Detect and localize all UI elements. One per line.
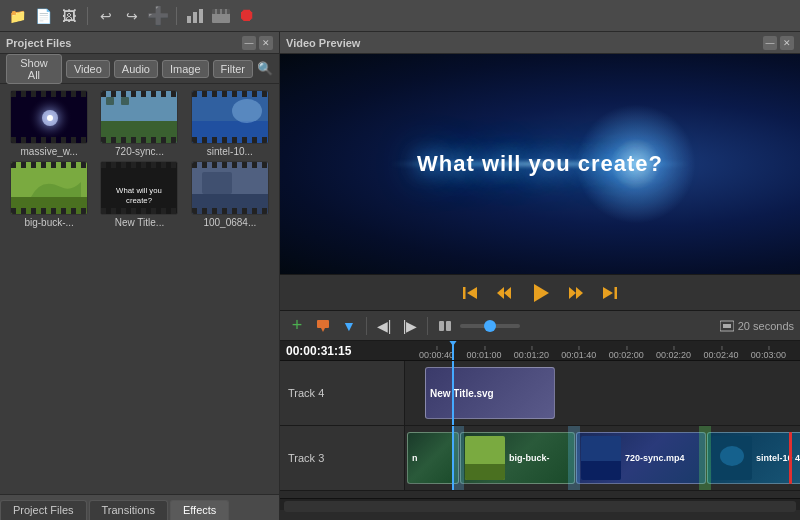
clip-n-label: n bbox=[412, 453, 418, 463]
timeline-content: 00:00:31:15 00:00:40 00:01:00 00:01:20 0… bbox=[280, 341, 800, 498]
go-to-start-button[interactable] bbox=[457, 282, 483, 304]
svg-marker-33 bbox=[576, 287, 583, 299]
file-name-0: massive_w... bbox=[6, 146, 92, 157]
preview-background: What will you create? bbox=[280, 54, 800, 274]
fast-forward-button[interactable] bbox=[563, 282, 589, 304]
filter-filter-button[interactable]: Filter bbox=[213, 60, 253, 78]
timeline-duration: 20 seconds bbox=[720, 320, 794, 332]
time-ruler: 00:00:40 00:01:00 00:01:20 00:01:40 00:0… bbox=[405, 341, 800, 360]
tl-sep-1 bbox=[366, 317, 367, 335]
time-mark-5: 00:02:00 bbox=[609, 350, 644, 360]
svg-marker-32 bbox=[569, 287, 576, 299]
svg-rect-17 bbox=[192, 121, 269, 144]
chart-button[interactable] bbox=[184, 5, 206, 27]
svg-text:What will you: What will you bbox=[117, 186, 163, 195]
clip-title-label: New Title.svg bbox=[430, 388, 494, 399]
svg-rect-2 bbox=[199, 9, 203, 23]
svg-rect-39 bbox=[446, 321, 451, 331]
svg-text:create?: create? bbox=[127, 196, 154, 205]
filter-button[interactable]: ▼ bbox=[338, 315, 360, 337]
file-item-1[interactable]: 720-sync... bbox=[96, 90, 182, 157]
image-filter-button[interactable]: Image bbox=[162, 60, 209, 78]
tab-project-files[interactable]: Project Files bbox=[0, 500, 87, 520]
file-thumb-0 bbox=[10, 90, 88, 144]
playhead-line-t3 bbox=[452, 426, 454, 490]
tab-transitions[interactable]: Transitions bbox=[89, 500, 168, 520]
file-item-5[interactable]: 100_0684... bbox=[187, 161, 273, 228]
track-end-marker bbox=[789, 432, 792, 484]
time-mark-7: 00:02:40 bbox=[703, 350, 738, 360]
svg-rect-36 bbox=[317, 320, 329, 328]
new-file-button[interactable]: 📁 bbox=[6, 5, 28, 27]
prev-marker-button[interactable]: ◀| bbox=[373, 315, 395, 337]
audio-filter-button[interactable]: Audio bbox=[114, 60, 158, 78]
timeline-scrollbar[interactable] bbox=[280, 498, 800, 510]
file-name-2: sintel-10... bbox=[187, 146, 273, 157]
project-files-header: Project Files — ✕ bbox=[0, 32, 279, 54]
svg-rect-1 bbox=[193, 12, 197, 23]
file-thumb-5 bbox=[191, 161, 269, 215]
playhead-line-t4 bbox=[452, 361, 454, 425]
svg-rect-27 bbox=[463, 287, 466, 299]
rewind-button[interactable] bbox=[491, 282, 517, 304]
split-button[interactable] bbox=[434, 315, 456, 337]
clip-720sync-thumb bbox=[581, 436, 621, 480]
track-3-content: n big-buck- bbox=[405, 426, 800, 490]
svg-marker-29 bbox=[504, 287, 511, 299]
track-4-row: Track 4 New Title.svg bbox=[280, 361, 800, 426]
bottom-tabs: Project Files Transitions Effects bbox=[0, 494, 279, 520]
play-button[interactable] bbox=[525, 280, 555, 306]
svg-rect-45 bbox=[581, 461, 621, 480]
svg-rect-25 bbox=[192, 194, 269, 215]
file-thumb-1 bbox=[100, 90, 178, 144]
right-panel: Video Preview — ✕ What will you create? bbox=[280, 32, 800, 520]
clip-720sync[interactable]: 720-sync.mp4 bbox=[576, 432, 706, 484]
transition-3 bbox=[699, 426, 711, 490]
svg-marker-28 bbox=[467, 287, 477, 299]
clip-sintel[interactable]: sintel-10 4-surround.mp4 bbox=[707, 432, 800, 484]
add-button[interactable]: ➕ bbox=[147, 5, 169, 27]
video-filter-button[interactable]: Video bbox=[66, 60, 110, 78]
track-4-content: New Title.svg bbox=[405, 361, 800, 425]
add-marker-button[interactable] bbox=[312, 315, 334, 337]
minimize-button[interactable]: — bbox=[242, 36, 256, 50]
duration-label: 20 seconds bbox=[738, 320, 794, 332]
undo-button[interactable]: ↩ bbox=[95, 5, 117, 27]
file-item-0[interactable]: massive_w... bbox=[6, 90, 92, 157]
close-preview-button[interactable]: ✕ bbox=[780, 36, 794, 50]
svg-point-47 bbox=[720, 446, 744, 466]
open-button[interactable]: 📄 bbox=[32, 5, 54, 27]
clapboard-button[interactable] bbox=[210, 5, 232, 27]
show-all-button[interactable]: Show All bbox=[6, 54, 62, 84]
file-name-1: 720-sync... bbox=[96, 146, 182, 157]
tab-effects[interactable]: Effects bbox=[170, 500, 229, 520]
zoom-slider[interactable] bbox=[460, 324, 520, 328]
close-left-button[interactable]: ✕ bbox=[259, 36, 273, 50]
svg-marker-31 bbox=[534, 284, 549, 302]
time-mark-4: 00:01:40 bbox=[561, 350, 596, 360]
image-button[interactable]: 🖼 bbox=[58, 5, 80, 27]
minimize-preview-button[interactable]: — bbox=[763, 36, 777, 50]
project-files-title: Project Files bbox=[6, 37, 71, 49]
record-button[interactable]: ⏺ bbox=[236, 5, 258, 27]
clip-bigbuck[interactable]: big-buck- bbox=[460, 432, 575, 484]
file-thumb-4: What will you create? bbox=[100, 161, 178, 215]
left-panel: Project Files — ✕ Show All Video Audio I… bbox=[0, 32, 280, 520]
clip-title[interactable]: New Title.svg bbox=[425, 367, 555, 419]
svg-marker-37 bbox=[321, 328, 325, 332]
redo-button[interactable]: ↪ bbox=[121, 5, 143, 27]
track-4-name: Track 4 bbox=[288, 387, 324, 399]
file-item-3[interactable]: big-buck-... bbox=[6, 161, 92, 228]
track-3-row: Track 3 n bbox=[280, 426, 800, 491]
clip-bigbuck-label: big-buck- bbox=[509, 453, 550, 463]
file-item-2[interactable]: sintel-10... bbox=[187, 90, 273, 157]
file-item-4[interactable]: What will you create? New Title... bbox=[96, 161, 182, 228]
video-preview: What will you create? bbox=[280, 54, 800, 274]
filter-row: Show All Video Audio Image Filter 🔍 bbox=[0, 54, 279, 84]
clip-sintel-thumb bbox=[712, 436, 752, 480]
add-track-button[interactable]: + bbox=[286, 315, 308, 337]
next-marker-button[interactable]: |▶ bbox=[399, 315, 421, 337]
go-to-end-button[interactable] bbox=[597, 282, 623, 304]
svg-rect-13 bbox=[101, 121, 178, 144]
svg-rect-20 bbox=[11, 197, 88, 215]
